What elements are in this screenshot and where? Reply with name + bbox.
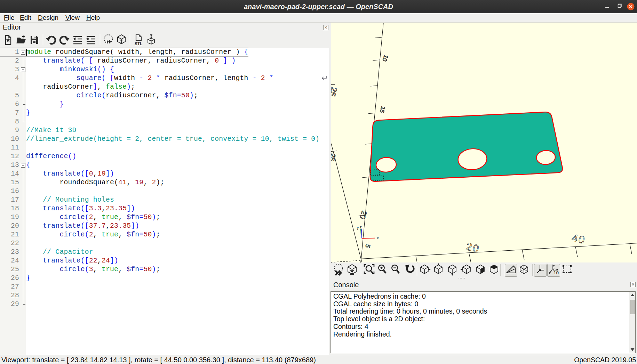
svg-text:STL: STL	[135, 41, 143, 46]
svg-text:y: y	[357, 226, 359, 230]
svg-text:z: z	[360, 225, 362, 229]
svg-text:x: x	[377, 236, 379, 240]
svg-text:10: 10	[554, 270, 559, 275]
